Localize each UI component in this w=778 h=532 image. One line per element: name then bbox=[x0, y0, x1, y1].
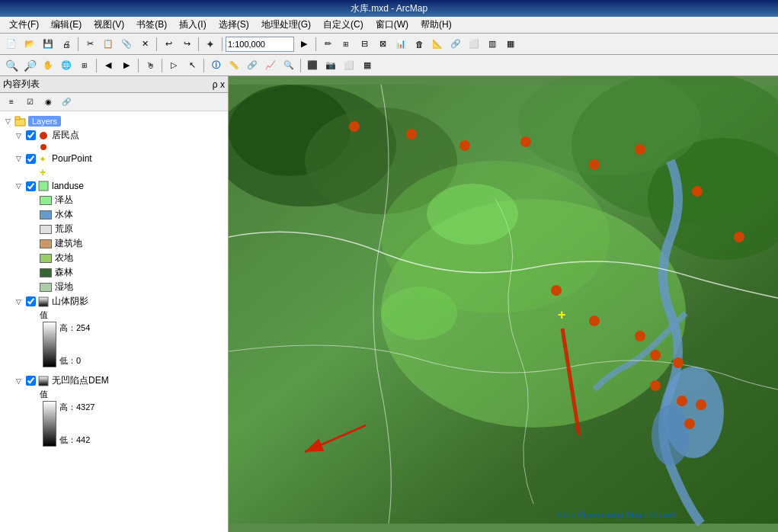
scale-input[interactable] bbox=[226, 37, 294, 52]
back-button[interactable]: ◀ bbox=[100, 57, 117, 74]
toc-check-jumin[interactable] bbox=[26, 130, 36, 140]
tool8[interactable]: ⬜ bbox=[466, 36, 482, 53]
toc-check-dem[interactable] bbox=[26, 376, 36, 386]
toc-item-landuse[interactable]: ▽ landuse bbox=[0, 179, 228, 193]
toc-list-selection[interactable]: ◉ bbox=[40, 94, 56, 111]
menu-help[interactable]: 帮助(H) bbox=[415, 17, 458, 33]
menu-file[interactable]: 文件(F) bbox=[3, 17, 45, 33]
new-button[interactable]: 📄 bbox=[3, 36, 20, 53]
menu-bookmark[interactable]: 书签(B) bbox=[130, 17, 173, 33]
svg-text:+: + bbox=[558, 307, 566, 322]
toc-expand-pourpoint[interactable]: ▽ bbox=[12, 152, 24, 165]
undo-button[interactable]: ↩ bbox=[160, 36, 177, 53]
measure-button[interactable]: 📏 bbox=[226, 57, 242, 74]
toc-item-jumin[interactable]: ▽ 居民点 bbox=[0, 128, 228, 143]
delete-button[interactable]: ✕ bbox=[136, 36, 153, 53]
menu-view[interactable]: 视图(V) bbox=[88, 17, 130, 33]
toc-expand-dem[interactable]: ▽ bbox=[12, 375, 24, 387]
graph-button[interactable]: 📈 bbox=[262, 57, 279, 74]
nav-btn2[interactable]: ⬛ bbox=[304, 57, 321, 74]
zoom-out-button[interactable]: 🔎 bbox=[21, 57, 38, 74]
toc-item-hillshade[interactable]: ▽ 山体阴影 bbox=[0, 294, 228, 309]
hyperlink-button[interactable]: 🔗 bbox=[244, 57, 261, 74]
print-button[interactable]: 🖨 bbox=[58, 36, 75, 53]
tool7[interactable]: 🔗 bbox=[447, 36, 464, 53]
globe-button[interactable]: 🌐 bbox=[58, 57, 75, 74]
tool6[interactable]: 📐 bbox=[429, 36, 446, 53]
svg-point-37 bbox=[684, 418, 695, 429]
cut-button[interactable]: ✂ bbox=[82, 36, 98, 53]
zoom-full-button[interactable]: ⊞ bbox=[338, 36, 354, 53]
separator bbox=[156, 37, 157, 51]
select-tool[interactable]: ↖ bbox=[184, 57, 200, 74]
tool3[interactable]: ⊠ bbox=[374, 36, 391, 53]
svg-rect-6 bbox=[39, 297, 48, 306]
toc-dock-btn[interactable]: ρ x bbox=[213, 79, 225, 90]
open-button[interactable]: 📂 bbox=[21, 36, 38, 53]
toc-check-pourpoint[interactable] bbox=[26, 154, 36, 164]
nav-btn1[interactable]: ▷ bbox=[165, 57, 182, 74]
svg-point-33 bbox=[673, 357, 684, 368]
paste-button[interactable]: 📎 bbox=[118, 36, 135, 53]
svg-point-25 bbox=[589, 159, 600, 170]
toc-expand-jumin[interactable]: ▽ bbox=[12, 130, 24, 142]
swatch-farmland bbox=[40, 254, 52, 263]
toc-label-landuse: landuse bbox=[52, 181, 84, 191]
nav-btn3[interactable]: 📷 bbox=[322, 57, 339, 74]
redo-button[interactable]: ↪ bbox=[178, 36, 195, 53]
menu-customize[interactable]: 自定义(C) bbox=[317, 17, 370, 33]
editor-toolbar-button[interactable]: ✏ bbox=[319, 36, 336, 53]
hillshade-val-label: 值 bbox=[40, 309, 228, 322]
menu-insert[interactable]: 插入(I) bbox=[173, 17, 212, 33]
menu-edit[interactable]: 编辑(E) bbox=[45, 17, 88, 33]
full-extent-button[interactable]: ⊞ bbox=[76, 57, 93, 74]
separator bbox=[198, 37, 199, 51]
forward-button[interactable]: ▶ bbox=[118, 57, 135, 74]
tool10[interactable]: ▦ bbox=[502, 36, 519, 53]
swatch-zecong bbox=[40, 196, 52, 205]
toc-expand-hillshade[interactable]: ▽ bbox=[12, 296, 24, 308]
svg-point-30 bbox=[589, 316, 600, 326]
separator bbox=[203, 59, 204, 72]
toc-expand-landuse[interactable]: ▽ bbox=[12, 180, 24, 192]
toc-item-dem[interactable]: ▽ 无凹陷点DEM bbox=[0, 373, 228, 388]
swatch-water bbox=[40, 210, 52, 220]
menu-geoprocessing[interactable]: 地理处理(G) bbox=[255, 17, 317, 33]
menu-window[interactable]: 窗口(W) bbox=[370, 17, 415, 33]
add-data-button[interactable]: ✦ bbox=[202, 36, 219, 53]
zoom-layer-button[interactable]: ⊟ bbox=[356, 36, 373, 53]
toolbar-standard: 📄 📂 💾 🖨 ✂ 📋 📎 ✕ ↩ ↪ ✦ ▶ ✏ ⊞ ⊟ ⊠ 📊 🗑 📐 🔗 … bbox=[0, 34, 778, 55]
toc-item-pourpoint[interactable]: ▽ ✦ PourPoint bbox=[0, 152, 228, 165]
menu-select[interactable]: 选择(S) bbox=[213, 17, 255, 33]
label-building: 建筑地 bbox=[55, 237, 82, 250]
info-button[interactable]: ⓘ bbox=[207, 57, 224, 74]
hillshade-low-label: 低：0 bbox=[59, 354, 90, 367]
toc-list-all[interactable]: ≡ bbox=[3, 94, 20, 111]
svg-point-35 bbox=[677, 396, 687, 406]
nav-btn4[interactable]: ⬜ bbox=[341, 57, 357, 74]
toc-check-hillshade[interactable] bbox=[26, 296, 36, 306]
nav-btn5[interactable]: ▦ bbox=[359, 57, 376, 74]
toc-check-landuse[interactable] bbox=[26, 181, 36, 191]
toc-expand-icon[interactable]: ▽ bbox=[2, 115, 14, 127]
zoom-in-button[interactable]: 🔍 bbox=[3, 57, 20, 74]
tool4[interactable]: 📊 bbox=[392, 36, 409, 53]
dem-val-label: 值 bbox=[40, 388, 228, 401]
pan-button[interactable]: ✋ bbox=[40, 57, 56, 74]
map-area[interactable]: + https://liyuanxiang.blog.csdn.net bbox=[229, 76, 778, 532]
tool5[interactable]: 🗑 bbox=[411, 36, 427, 53]
toc-list-visible[interactable]: ☑ bbox=[21, 94, 38, 111]
tool9[interactable]: ▥ bbox=[484, 36, 501, 53]
svg-rect-7 bbox=[39, 377, 48, 386]
identify-button[interactable]: 🖰 bbox=[142, 57, 158, 74]
toc-header: 内容列表 ρ x bbox=[0, 76, 228, 93]
dem-high-label: 高：4327 bbox=[59, 401, 94, 414]
toc-root-layers[interactable]: ▽ Layers bbox=[0, 114, 228, 128]
search-button[interactable]: 🔍 bbox=[280, 57, 297, 74]
copy-button[interactable]: 📋 bbox=[100, 36, 117, 53]
toc-list-source[interactable]: 🔗 bbox=[58, 94, 75, 111]
svg-rect-5 bbox=[39, 181, 48, 191]
save-button[interactable]: 💾 bbox=[40, 36, 56, 53]
scale-apply-button[interactable]: ▶ bbox=[296, 36, 312, 53]
hillshade-gradient-bar bbox=[43, 322, 56, 367]
